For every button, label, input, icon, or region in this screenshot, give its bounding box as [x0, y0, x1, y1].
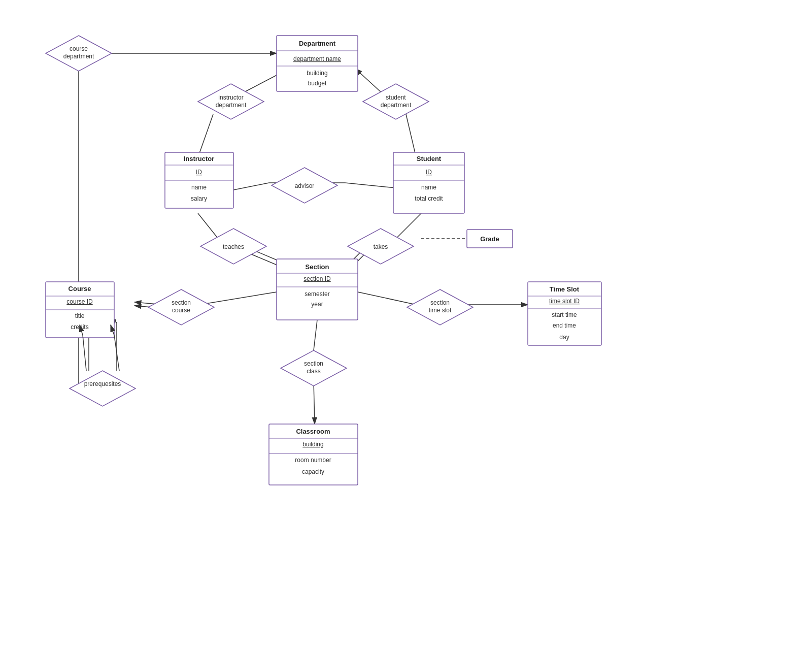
line-sect-ts-sect: [358, 292, 416, 305]
entity-instructor: Instructor ID name salary: [165, 152, 233, 208]
entity-section: Section section ID semester year: [277, 259, 358, 320]
sect-title: Section: [306, 263, 329, 271]
entity-student: Student ID name total credit: [393, 152, 464, 213]
ts-attr-start: start time: [552, 311, 577, 318]
dept-attr-name: department name: [293, 55, 341, 62]
line-sect-course-sect: [199, 292, 277, 305]
inst-attr-id: ID: [196, 169, 202, 176]
dept-attr-budget: budget: [308, 80, 327, 87]
ts-attr-day: day: [559, 334, 569, 341]
prereq-label: prerequesites: [84, 380, 121, 387]
line-teaches-inst: [198, 213, 218, 239]
stud-attr-id: ID: [426, 169, 432, 176]
diamond-advisor: advisor: [272, 168, 337, 203]
sts-label1: section: [430, 299, 450, 306]
entity-course: Course course ID title credits: [46, 282, 114, 338]
ts-attr-end: end time: [553, 322, 576, 329]
grade-title: Grade: [480, 235, 499, 243]
line-advisor-stud2: [345, 183, 396, 188]
inst-attr-name: name: [191, 184, 207, 191]
sc-label2: course: [172, 307, 190, 314]
sd-label1: student: [386, 94, 406, 101]
svg-marker-34: [70, 371, 136, 406]
dept-title: Department: [299, 40, 336, 47]
dept-attr-building: building: [307, 70, 327, 77]
stud-attr-name: name: [421, 184, 436, 191]
course-attr-credits: credits: [71, 323, 88, 331]
sc-label1: section: [172, 299, 191, 306]
diamond-takes: takes: [348, 229, 414, 264]
diamond-student-department: student department: [363, 84, 429, 119]
er-diagram: Department department name building budg…: [0, 0, 812, 650]
course-title: Course: [69, 285, 91, 292]
scl-label2: class: [307, 368, 320, 375]
id-label2: department: [216, 102, 247, 109]
ts-title: Time Slot: [550, 285, 580, 293]
inst-title: Instructor: [184, 155, 215, 162]
stud-attr-credit: total credit: [415, 195, 443, 202]
diamond-prerequisites: prerequesites: [70, 371, 136, 406]
ts-attr-id: time slot ID: [549, 298, 580, 305]
line-sect-class-sect: [314, 320, 317, 350]
diamond-section-course: section course: [148, 289, 214, 325]
advisor-label: advisor: [295, 182, 315, 189]
diamond-instructor-department: instructor department: [198, 84, 264, 119]
id-label1: instructor: [218, 94, 243, 101]
entity-grade: Grade: [467, 230, 513, 248]
class-attr-room: room number: [295, 457, 331, 464]
sect-attr-id: section ID: [303, 275, 331, 282]
prereq-line-left: [83, 335, 86, 371]
diamond-course-department: course department: [46, 36, 112, 71]
line-sect-class-class: [314, 381, 315, 424]
class-attr-capacity: capacity: [302, 468, 324, 475]
course-attr-id: course ID: [66, 298, 93, 305]
sd-label2: department: [381, 102, 412, 109]
course-attr-title: title: [75, 312, 85, 319]
class-title: Classroom: [296, 428, 330, 435]
diamond-section-timeslot: section time slot: [407, 289, 473, 325]
line-stud-dept-stud: [406, 114, 416, 157]
entity-classroom: Classroom building room number capacity: [269, 424, 358, 485]
sect-attr-year: year: [311, 301, 323, 308]
line-inst-dept-inst: [198, 114, 213, 157]
cd-label2: department: [63, 53, 94, 60]
inst-attr-salary: salary: [191, 195, 207, 202]
line-takes-stud: [396, 213, 421, 239]
teaches-label: teaches: [223, 243, 244, 250]
class-attr-building: building: [302, 441, 323, 448]
cd-label1: course: [70, 45, 88, 52]
takes-label: takes: [374, 243, 388, 250]
scl-label1: section: [304, 360, 323, 367]
sect-attr-sem: semester: [304, 290, 329, 298]
entity-timeslot: Time Slot time slot ID start time end ti…: [528, 282, 601, 345]
diamond-teaches: teaches: [200, 229, 266, 264]
diamond-section-class: section class: [281, 350, 347, 386]
sts-label2: time slot: [429, 307, 452, 314]
entity-department: Department department name building budg…: [277, 36, 358, 91]
stud-title: Student: [417, 155, 442, 162]
